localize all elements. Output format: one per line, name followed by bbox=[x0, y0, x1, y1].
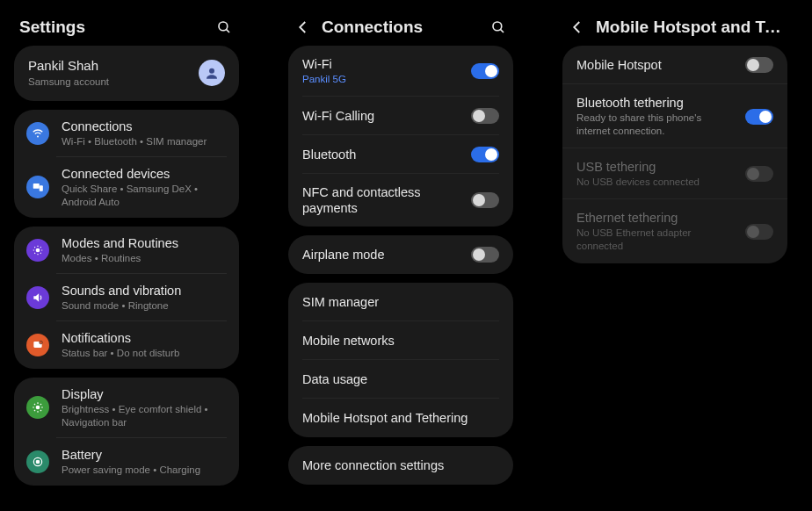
svg-point-20 bbox=[493, 22, 502, 31]
settings-row[interactable]: Wi-Fi Calling bbox=[288, 97, 513, 135]
row-title: NFC and contactless payments bbox=[302, 184, 460, 216]
settings-row[interactable]: BatteryPower saving mode • Charging bbox=[14, 438, 239, 486]
row-title: Mobile Hotspot bbox=[576, 57, 735, 73]
svg-point-9 bbox=[36, 406, 40, 410]
avatar-icon[interactable] bbox=[199, 60, 225, 86]
hotspot-tether-screen: Mobile Hotspot and Tether... Mobile Hots… bbox=[555, 7, 794, 504]
settings-screen: Settings Pankil Shah Samsung account Con… bbox=[7, 7, 246, 504]
settings-row[interactable]: Mobile Hotspot bbox=[562, 46, 787, 84]
settings-row[interactable]: Connected devicesQuick Share • Samsung D… bbox=[14, 157, 239, 218]
row-title: Wi-Fi Calling bbox=[302, 108, 460, 124]
group-more: More connection settings bbox=[288, 446, 513, 485]
row-title: Ethernet tethering bbox=[576, 210, 735, 226]
svg-point-2 bbox=[209, 68, 214, 74]
row-title: Data usage bbox=[302, 371, 499, 387]
display-icon bbox=[26, 396, 49, 419]
settings-row[interactable]: More connection settings bbox=[288, 446, 513, 485]
row-title: Sounds and vibration bbox=[62, 283, 227, 299]
row-title: Airplane mode bbox=[302, 247, 460, 263]
svg-line-21 bbox=[500, 29, 504, 32]
page-title: Connections bbox=[322, 18, 480, 37]
row-sub: No USB devices connected bbox=[576, 176, 735, 189]
row-title: Display bbox=[62, 386, 227, 402]
svg-point-19 bbox=[36, 460, 40, 464]
row-sub: Pankil 5G bbox=[302, 73, 460, 86]
svg-line-17 bbox=[40, 404, 41, 405]
row-title: More connection settings bbox=[302, 457, 499, 473]
settings-row[interactable]: Data usage bbox=[288, 360, 513, 399]
settings-row[interactable]: DisplayBrightness • Eye comfort shield •… bbox=[14, 378, 239, 438]
row-sub: Ready to share this phone's internet con… bbox=[576, 112, 735, 138]
group-tethering: Mobile HotspotBluetooth tetheringReady t… bbox=[562, 46, 787, 263]
row-title: Mobile networks bbox=[302, 333, 499, 349]
row-title: Notifications bbox=[62, 330, 227, 346]
toggle-switch[interactable] bbox=[471, 147, 499, 162]
toggle-switch[interactable] bbox=[471, 108, 499, 124]
search-icon[interactable] bbox=[489, 18, 508, 37]
wifi-icon bbox=[26, 122, 49, 145]
toggle-switch[interactable] bbox=[745, 57, 773, 73]
account-sub: Samsung account bbox=[28, 76, 186, 89]
row-sub: Brightness • Eye comfort shield • Naviga… bbox=[62, 403, 227, 429]
settings-row[interactable]: Bluetooth tetheringReady to share this p… bbox=[562, 84, 787, 148]
row-title: Modes and Routines bbox=[62, 235, 227, 251]
back-icon[interactable] bbox=[568, 18, 587, 37]
search-icon[interactable] bbox=[214, 18, 234, 37]
settings-row[interactable]: Airplane mode bbox=[288, 235, 513, 274]
row-sub: Modes • Routines bbox=[62, 252, 227, 265]
group-connections: ConnectionsWi-Fi • Bluetooth • SIM manag… bbox=[14, 110, 239, 218]
row-title: Bluetooth tethering bbox=[576, 95, 735, 111]
battery-icon bbox=[26, 450, 49, 473]
devices-icon bbox=[26, 176, 49, 198]
group-wifi: Wi-FiPankil 5GWi-Fi CallingBluetoothNFC … bbox=[288, 46, 513, 227]
connections-screen: Connections Wi-FiPankil 5GWi-Fi CallingB… bbox=[281, 7, 520, 504]
row-sub: Status bar • Do not disturb bbox=[62, 347, 227, 360]
toggle-switch[interactable] bbox=[471, 63, 499, 79]
row-title: Bluetooth bbox=[302, 147, 460, 162]
settings-row[interactable]: Ethernet tetheringNo USB Ethernet adapte… bbox=[562, 199, 787, 263]
group-airplane: Airplane mode bbox=[288, 235, 513, 274]
account-name: Pankil Shah bbox=[28, 58, 186, 75]
svg-point-3 bbox=[37, 135, 39, 137]
settings-row[interactable]: USB tetheringNo USB devices connected bbox=[562, 148, 787, 199]
row-title: Connected devices bbox=[62, 166, 227, 182]
svg-line-16 bbox=[34, 410, 35, 411]
svg-point-8 bbox=[40, 341, 43, 344]
toggle-switch[interactable] bbox=[471, 247, 499, 263]
settings-row[interactable]: Wi-FiPankil 5G bbox=[288, 46, 513, 97]
row-sub: No USB Ethernet adapter connected bbox=[576, 227, 735, 253]
settings-row[interactable]: Mobile networks bbox=[288, 321, 513, 360]
settings-row[interactable]: NotificationsStatus bar • Do not disturb bbox=[14, 321, 239, 369]
toggle-switch bbox=[745, 224, 773, 240]
page-title: Settings bbox=[19, 18, 206, 37]
group-display: DisplayBrightness • Eye comfort shield •… bbox=[14, 378, 239, 486]
svg-line-14 bbox=[34, 404, 35, 405]
account-card[interactable]: Pankil Shah Samsung account bbox=[14, 46, 239, 101]
header: Settings bbox=[7, 7, 246, 46]
page-title: Mobile Hotspot and Tether... bbox=[596, 18, 782, 37]
row-title: Wi-Fi bbox=[302, 56, 460, 72]
header: Connections bbox=[281, 7, 520, 46]
back-icon[interactable] bbox=[294, 18, 313, 37]
settings-row[interactable]: NFC and contactless payments bbox=[288, 174, 513, 227]
svg-rect-4 bbox=[33, 184, 40, 189]
row-sub: Power saving mode • Charging bbox=[62, 464, 227, 477]
settings-row[interactable]: Mobile Hotspot and Tethering bbox=[288, 399, 513, 437]
row-title: Mobile Hotspot and Tethering bbox=[302, 410, 499, 426]
row-sub: Sound mode • Ringtone bbox=[62, 299, 227, 313]
settings-row[interactable]: SIM manager bbox=[288, 283, 513, 321]
row-title: USB tethering bbox=[576, 159, 735, 175]
settings-row[interactable]: Sounds and vibrationSound mode • Rington… bbox=[14, 274, 239, 321]
settings-row[interactable]: Modes and RoutinesModes • Routines bbox=[14, 227, 239, 274]
toggle-switch[interactable] bbox=[745, 109, 773, 125]
svg-line-1 bbox=[226, 29, 229, 32]
svg-rect-5 bbox=[40, 186, 43, 191]
group-modes: Modes and RoutinesModes • RoutinesSounds… bbox=[14, 227, 239, 369]
toggle-switch[interactable] bbox=[471, 192, 499, 208]
notif-icon bbox=[26, 334, 49, 356]
group-sim: SIM managerMobile networksData usageMobi… bbox=[288, 283, 513, 437]
settings-row[interactable]: ConnectionsWi-Fi • Bluetooth • SIM manag… bbox=[14, 110, 239, 157]
settings-row[interactable]: Bluetooth bbox=[288, 135, 513, 174]
header: Mobile Hotspot and Tether... bbox=[555, 7, 794, 46]
row-sub: Wi-Fi • Bluetooth • SIM manager bbox=[62, 135, 227, 148]
